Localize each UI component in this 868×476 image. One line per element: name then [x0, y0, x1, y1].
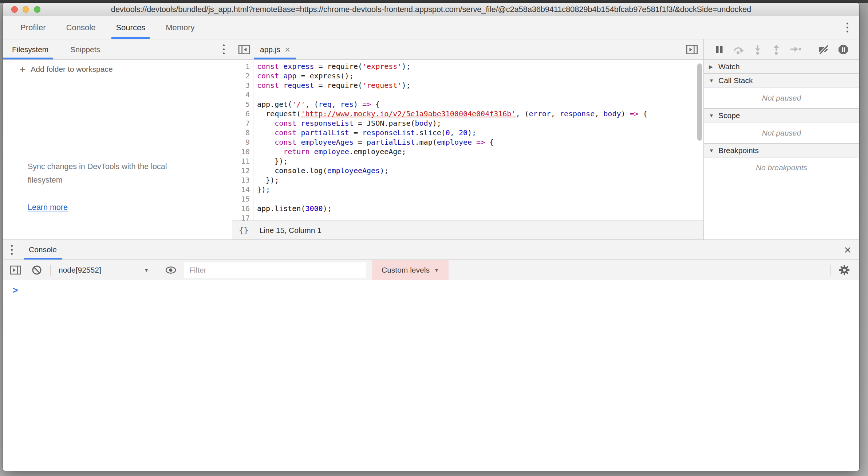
code-line[interactable]: });: [257, 175, 703, 185]
deactivate-breakpoints-icon[interactable]: [818, 44, 829, 55]
navigator-sidebar: Filesystem Snippets + Add folder to work…: [3, 39, 232, 239]
code-editor[interactable]: 1234567891011121314151617 const express …: [232, 60, 703, 221]
tab-console[interactable]: Console: [62, 16, 100, 39]
line-number[interactable]: 3: [232, 81, 253, 90]
show-console-sidebar-icon[interactable]: [8, 262, 23, 278]
code-line[interactable]: request('http://www.mocky.io/v2/5e1a9abe…: [257, 109, 703, 118]
clear-console-icon[interactable]: [29, 262, 44, 278]
code-line[interactable]: const partialList = responseList.slice(0…: [257, 128, 703, 137]
code-line[interactable]: return employee.employeeAge;: [257, 147, 703, 156]
line-number[interactable]: 5: [232, 100, 253, 109]
line-number[interactable]: 11: [232, 156, 253, 166]
close-file-icon[interactable]: ×: [285, 45, 290, 54]
line-number[interactable]: 2: [232, 71, 253, 81]
live-expression-eye-icon[interactable]: [163, 262, 178, 278]
code-line[interactable]: const request = require('request');: [257, 81, 703, 90]
console-settings-gear-icon[interactable]: [837, 262, 852, 278]
show-debugger-panel-icon[interactable]: [684, 42, 700, 57]
editor-tabstrip: app.js ×: [232, 39, 703, 60]
execution-context-select[interactable]: node[92552] ▼: [56, 266, 151, 274]
code-line[interactable]: const app = express();: [257, 71, 703, 81]
add-folder-label: Add folder to workspace: [31, 65, 113, 74]
line-number[interactable]: 6: [232, 109, 253, 118]
line-number[interactable]: 9: [232, 137, 253, 147]
section-call-stack[interactable]: ▼ Call Stack: [704, 74, 859, 87]
line-number[interactable]: 16: [232, 204, 253, 213]
editor-scrollbar[interactable]: [697, 63, 702, 141]
navigator-tabs: Filesystem Snippets: [3, 39, 232, 60]
window-controls: [11, 3, 40, 16]
tab-memory[interactable]: Memory: [161, 16, 199, 39]
editor-status-bar: {} Line 15, Column 1: [232, 221, 703, 239]
section-scope[interactable]: ▼ Scope: [704, 109, 859, 122]
line-number[interactable]: 8: [232, 128, 253, 137]
tab-snippets[interactable]: Snippets: [66, 39, 104, 59]
dropdown-arrow-icon: ▼: [434, 267, 439, 273]
breakpoints-status: No breakpoints: [704, 157, 859, 181]
code-content: const express = require('express');const…: [253, 61, 703, 221]
chevron-down-icon: ▼: [709, 148, 715, 153]
close-drawer-icon[interactable]: ×: [844, 243, 851, 256]
tab-console-drawer[interactable]: Console: [24, 240, 62, 260]
add-folder-to-workspace-button[interactable]: + Add folder to workspace: [3, 60, 232, 79]
pause-script-icon[interactable]: [715, 44, 724, 55]
code-line[interactable]: const responseList = JSON.parse(body);: [257, 118, 703, 128]
pretty-print-icon[interactable]: {}: [239, 226, 249, 235]
titlebar: devtools://devtools/bundled/js_app.html?…: [3, 3, 859, 16]
line-number[interactable]: 7: [232, 118, 253, 128]
call-stack-status: Not paused: [704, 87, 859, 109]
learn-more-link[interactable]: Learn more: [28, 203, 232, 212]
step-into-icon[interactable]: [753, 44, 763, 55]
code-line[interactable]: [257, 90, 703, 100]
plus-icon: +: [20, 64, 25, 74]
code-line[interactable]: });: [257, 156, 703, 166]
debugger-sidebar: ▶ Watch ▼ Call Stack Not paused ▼ Scope …: [703, 39, 859, 239]
toolbar-separator: [157, 265, 157, 276]
navigator-more-options-icon[interactable]: [220, 42, 228, 56]
code-line[interactable]: [257, 213, 703, 221]
zoom-window-button[interactable]: [34, 6, 40, 13]
filter-input[interactable]: [184, 262, 366, 278]
collapse-navigator-icon[interactable]: [237, 42, 252, 57]
line-number[interactable]: 12: [232, 166, 253, 175]
step-out-icon[interactable]: [771, 44, 781, 55]
minimize-window-button[interactable]: [23, 6, 29, 13]
step-over-icon[interactable]: [733, 44, 744, 55]
code-line[interactable]: });: [257, 185, 703, 194]
step-icon[interactable]: [790, 44, 801, 55]
line-number[interactable]: 4: [232, 90, 253, 100]
debugger-toolbar: [704, 39, 859, 60]
code-line[interactable]: app.get('/', (req, res) => {: [257, 100, 703, 109]
console-prompt-icon: >: [12, 285, 18, 296]
code-line[interactable]: const express = require('express');: [257, 62, 703, 71]
section-watch[interactable]: ▶ Watch: [704, 60, 859, 74]
code-line[interactable]: [257, 194, 703, 204]
close-window-button[interactable]: [11, 6, 18, 13]
line-number[interactable]: 15: [232, 194, 253, 204]
cursor-position: Line 15, Column 1: [260, 226, 321, 235]
more-options-icon[interactable]: [844, 20, 851, 35]
line-number[interactable]: 17: [232, 213, 253, 221]
file-tab-label: app.js: [260, 45, 280, 54]
code-line[interactable]: console.log(employeeAges);: [257, 166, 703, 175]
line-number[interactable]: 13: [232, 175, 253, 185]
line-number[interactable]: 10: [232, 147, 253, 156]
console-output[interactable]: >: [3, 280, 859, 471]
file-tab-appjs[interactable]: app.js ×: [254, 39, 296, 59]
pause-on-exceptions-icon[interactable]: [838, 44, 849, 55]
scope-status: Not paused: [704, 122, 859, 144]
drawer-more-options-icon[interactable]: [8, 243, 16, 257]
custom-levels-dropdown[interactable]: Custom levels ▼: [372, 260, 449, 280]
active-tab-underline: [111, 37, 150, 39]
section-breakpoints[interactable]: ▼ Breakpoints: [704, 144, 859, 157]
devtools-window: devtools://devtools/bundled/js_app.html?…: [3, 3, 859, 471]
line-number[interactable]: 14: [232, 185, 253, 194]
tab-profiler[interactable]: Profiler: [16, 16, 50, 39]
tab-sources[interactable]: Sources: [111, 16, 150, 39]
code-line[interactable]: app.listen(3000);: [257, 204, 703, 213]
line-number[interactable]: 1: [232, 62, 253, 71]
tab-filesystem[interactable]: Filesystem: [3, 39, 53, 59]
line-numbers: 1234567891011121314151617: [232, 61, 253, 221]
toolbar-separator: [810, 44, 810, 55]
code-line[interactable]: const employeeAges = partialList.map(emp…: [257, 137, 703, 147]
